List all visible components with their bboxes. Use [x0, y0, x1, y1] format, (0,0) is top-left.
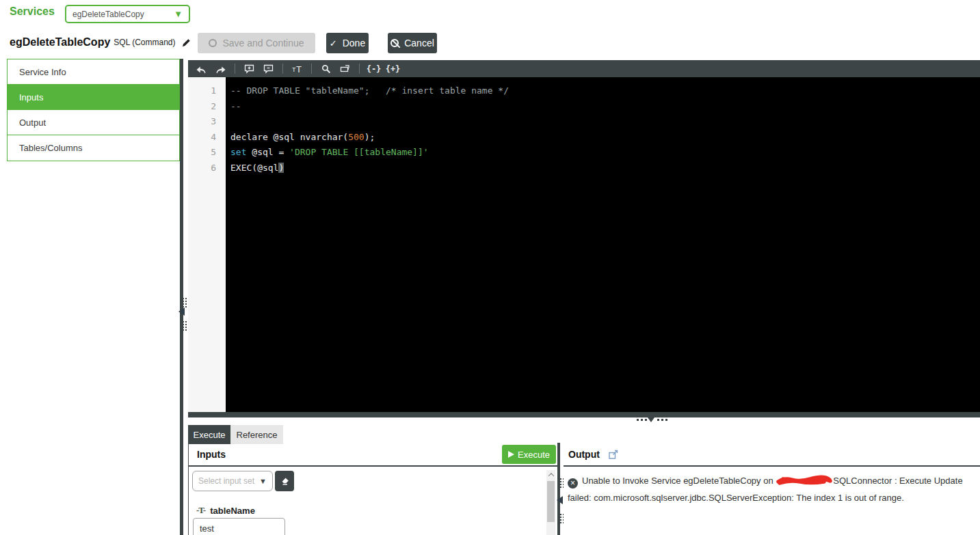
toolbar-separator: [235, 64, 235, 74]
output-panel-title: Output: [568, 449, 600, 460]
tab-execute[interactable]: Execute: [188, 425, 230, 444]
code-line[interactable]: [230, 114, 980, 130]
execute-button[interactable]: Execute: [502, 445, 556, 464]
tab-reference[interactable]: Reference: [230, 425, 283, 444]
save-button-label: Save and Continue: [222, 38, 304, 49]
page-title: egDeleteTableCopy SQL (Command): [10, 36, 191, 49]
service-name: egDeleteTableCopy: [10, 36, 110, 49]
code-line[interactable]: --: [230, 99, 980, 115]
code-line[interactable]: EXEC(@sql): [230, 161, 980, 176]
save-and-continue-button[interactable]: Save and Continue: [198, 33, 315, 53]
editor-toolbar: TT {-} {+}: [188, 60, 980, 77]
unfold-braces-icon[interactable]: {-}: [365, 61, 382, 76]
svg-text:T: T: [296, 64, 302, 74]
edit-pencil-icon[interactable]: [181, 38, 191, 48]
editor-bottom-border: [188, 412, 980, 417]
output-panel: Output ×Unable to Invoke Service egDelet…: [564, 444, 980, 535]
input-set-dropdown[interactable]: Select input set ▼: [192, 471, 273, 491]
vertical-splitter[interactable]: [180, 59, 183, 535]
sidebar-item-service-info[interactable]: Service Info: [8, 59, 179, 85]
splitter-grip-dots: [657, 419, 659, 421]
scrollbar-thumb[interactable]: [547, 481, 555, 522]
code-line[interactable]: set @sql = 'DROP TABLE [[tableName]]': [230, 145, 980, 161]
sidebar-item-inputs[interactable]: Inputs: [8, 85, 179, 110]
input-set-placeholder: Select input set: [198, 476, 259, 486]
tablename-input[interactable]: [193, 518, 285, 535]
line-number: 6: [188, 161, 226, 176]
code-editor[interactable]: 123456 -- DROP TABLE "tableName"; /* ins…: [188, 77, 980, 412]
service-dropdown-value: egDeleteTableCopy: [72, 10, 174, 19]
splitter-grip-dots: [560, 478, 561, 480]
replace-icon[interactable]: [336, 61, 354, 76]
code-lines[interactable]: -- DROP TABLE "tableName"; /* insert tab…: [226, 77, 980, 412]
cancel-button[interactable]: Cancel: [388, 33, 437, 53]
chevron-down-icon: ▼: [259, 477, 267, 485]
toolbar-separator: [311, 64, 312, 74]
line-number: 5: [188, 145, 226, 161]
services-label: Services: [10, 5, 55, 18]
collapse-down-icon[interactable]: [648, 417, 654, 422]
app-root: Services egDeleteTableCopy ▼ egDeleteTab…: [0, 0, 980, 535]
add-comment-icon[interactable]: [241, 61, 258, 76]
sidebar: Service InfoInputsOutputTables/Columns: [7, 59, 180, 161]
splitter-grip-dots: [183, 298, 184, 299]
inputs-panel: Inputs Execute Select input set ▼ -T- ta…: [188, 444, 557, 535]
chevron-down-icon: ▼: [174, 10, 183, 18]
field-label: tableName: [210, 506, 255, 516]
sidebar-item-tables-columns[interactable]: Tables/Columns: [8, 135, 179, 161]
fold-braces-icon[interactable]: {+}: [384, 61, 401, 76]
remove-comment-icon[interactable]: [260, 61, 277, 76]
service-dropdown[interactable]: egDeleteTableCopy ▼: [65, 5, 190, 23]
editor-gutter: 123456: [188, 77, 226, 412]
done-button[interactable]: ✓ Done: [326, 33, 369, 53]
toolbar-separator: [359, 64, 360, 74]
divider: [189, 465, 557, 467]
circle-icon: [209, 39, 217, 47]
toolbar-separator: [282, 64, 283, 74]
collapse-left-icon[interactable]: [557, 496, 563, 504]
cancel-icon: [390, 39, 399, 47]
field-row: -T- tableName: [196, 505, 255, 516]
redo-icon[interactable]: [212, 61, 229, 76]
check-icon: ✓: [330, 38, 337, 49]
clear-inputs-button[interactable]: [275, 471, 294, 491]
done-button-label: Done: [343, 38, 365, 49]
code-line[interactable]: -- DROP TABLE "tableName"; /* insert tab…: [230, 83, 980, 99]
undo-icon[interactable]: [193, 61, 210, 76]
sidebar-item-output[interactable]: Output: [8, 110, 179, 135]
eraser-icon: [280, 476, 290, 486]
line-number: 1: [188, 83, 226, 99]
inputs-scrollbar[interactable]: [546, 470, 555, 535]
collapse-left-icon[interactable]: [178, 307, 185, 316]
error-message: ×Unable to Invoke Service egDeleteTableC…: [568, 472, 975, 506]
error-text-before: Unable to Invoke Service egDeleteTableCo…: [582, 476, 776, 486]
text-type-icon: -T-: [196, 505, 205, 516]
line-number: 3: [188, 114, 226, 130]
scroll-up-arrow[interactable]: [546, 470, 555, 480]
line-number: 4: [188, 130, 226, 146]
splitter-grip-dots: [183, 321, 184, 323]
redaction-scribble: [776, 475, 832, 486]
font-size-icon[interactable]: TT: [289, 61, 306, 76]
service-type-label: SQL (Command): [114, 38, 175, 47]
cancel-button-label: Cancel: [404, 38, 434, 49]
splitter-grip-dots: [637, 419, 639, 421]
panel-divider-bar[interactable]: [557, 443, 560, 535]
execute-button-label: Execute: [518, 450, 550, 460]
code-line[interactable]: declare @sql nvarchar(500);: [230, 130, 980, 146]
divider: [564, 465, 980, 467]
search-icon[interactable]: [317, 61, 334, 76]
splitter-grip-dots: [560, 514, 561, 515]
play-icon: [508, 451, 514, 458]
error-icon: ×: [568, 478, 578, 489]
inputs-panel-title: Inputs: [197, 449, 226, 460]
line-number: 2: [188, 99, 226, 115]
open-in-window-icon[interactable]: [609, 450, 618, 462]
